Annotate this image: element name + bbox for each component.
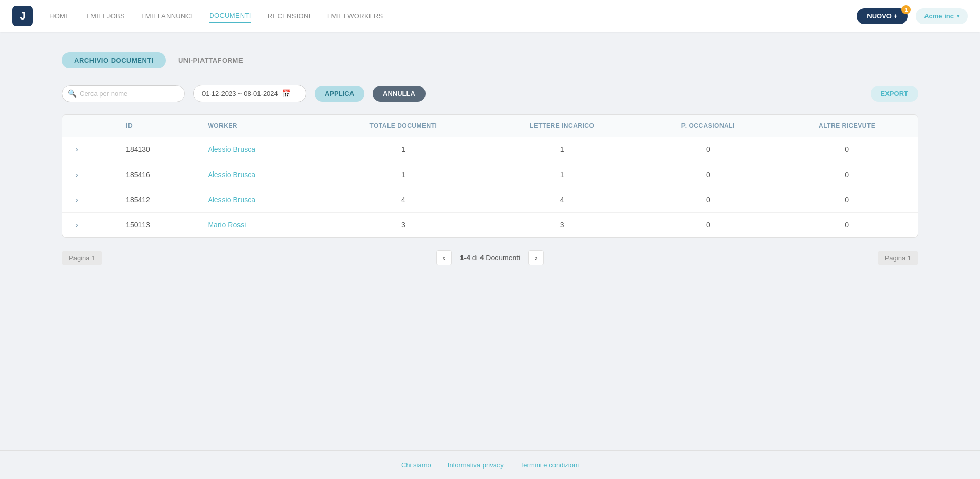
prev-page-button[interactable]: ‹ bbox=[436, 250, 452, 265]
col-header-occasionali: P. OCCASIONALI bbox=[640, 115, 776, 137]
footer-link-privacy[interactable]: Informativa privacy bbox=[448, 461, 504, 469]
page-label-right[interactable]: Pagina 1 bbox=[878, 251, 918, 265]
cell-occasionali: 0 bbox=[640, 162, 776, 187]
table-row: › 150113 Mario Rossi 3 3 0 0 bbox=[62, 213, 918, 238]
nav-item-miei-annunci[interactable]: I MIEI ANNUNCI bbox=[141, 10, 193, 22]
cell-id: 150113 bbox=[116, 213, 197, 238]
page-label-left[interactable]: Pagina 1 bbox=[62, 251, 102, 265]
pagination-center: ‹ 1-4 di 4 Documenti › bbox=[436, 250, 544, 265]
tab-uni-piattaforme[interactable]: UNI-PIATTAFORME bbox=[166, 52, 255, 68]
cell-id: 185416 bbox=[116, 162, 197, 187]
table-row: › 185412 Alessio Brusca 4 4 0 0 bbox=[62, 187, 918, 213]
nav-item-recensioni[interactable]: RECENSIONI bbox=[268, 10, 311, 22]
nav-item-home[interactable]: HOME bbox=[49, 10, 70, 22]
nav-item-documenti[interactable]: DOCUMENTI bbox=[209, 10, 251, 23]
cell-ricevute: 0 bbox=[776, 187, 918, 213]
expand-button[interactable]: › bbox=[72, 195, 81, 205]
expand-cell: › bbox=[62, 137, 116, 162]
tab-archivio[interactable]: ARCHIVIO DOCUMENTI bbox=[62, 52, 166, 68]
cell-lettere: 4 bbox=[484, 187, 640, 213]
cell-totale: 3 bbox=[323, 213, 484, 238]
footer-link-termini[interactable]: Termini e condizioni bbox=[520, 461, 579, 469]
notification-badge: 1 bbox=[901, 5, 911, 14]
expand-button[interactable]: › bbox=[72, 169, 81, 180]
cell-ricevute: 0 bbox=[776, 162, 918, 187]
nuovo-button[interactable]: NUOVO + 1 bbox=[857, 8, 908, 24]
cell-ricevute: 0 bbox=[776, 137, 918, 162]
annulla-button[interactable]: ANNULLA bbox=[373, 86, 426, 102]
col-header-ricevute: ALTRE RICEVUTE bbox=[776, 115, 918, 137]
documents-table: IDWORKERTOTALE DOCUMENTILETTERE INCARICO… bbox=[62, 115, 918, 237]
expand-cell: › bbox=[62, 187, 116, 213]
cell-lettere: 1 bbox=[484, 162, 640, 187]
cell-ricevute: 0 bbox=[776, 213, 918, 238]
cell-occasionali: 0 bbox=[640, 137, 776, 162]
cell-totale: 1 bbox=[323, 137, 484, 162]
cell-id: 185412 bbox=[116, 187, 197, 213]
col-header-id: ID bbox=[116, 115, 197, 137]
navbar: J HOMEI MIEI JOBSI MIEI ANNUNCIDOCUMENTI… bbox=[0, 0, 980, 32]
search-wrapper: 🔍 bbox=[62, 85, 185, 102]
cell-lettere: 3 bbox=[484, 213, 640, 238]
cell-worker[interactable]: Alessio Brusca bbox=[197, 162, 323, 187]
table-row: › 185416 Alessio Brusca 1 1 0 0 bbox=[62, 162, 918, 187]
cell-totale: 1 bbox=[323, 162, 484, 187]
page-info: 1-4 di 4 Documenti bbox=[460, 254, 521, 262]
expand-cell: › bbox=[62, 213, 116, 238]
table-row: › 184130 Alessio Brusca 1 1 0 0 bbox=[62, 137, 918, 162]
nav-menu: HOMEI MIEI JOBSI MIEI ANNUNCIDOCUMENTIRE… bbox=[49, 10, 857, 23]
footer: Chi siamoInformativa privacyTermini e co… bbox=[0, 450, 980, 479]
expand-button[interactable]: › bbox=[72, 220, 81, 230]
calendar-icon: 📅 bbox=[282, 89, 291, 98]
table-body: › 184130 Alessio Brusca 1 1 0 0 › 185416… bbox=[62, 137, 918, 238]
search-icon: 🔍 bbox=[68, 89, 77, 98]
col-header-expand bbox=[62, 115, 116, 137]
cell-lettere: 1 bbox=[484, 137, 640, 162]
col-header-worker: WORKER bbox=[197, 115, 323, 137]
expand-button[interactable]: › bbox=[72, 144, 81, 155]
navbar-right: NUOVO + 1 Acme inc ▾ bbox=[857, 8, 968, 24]
cell-occasionali: 0 bbox=[640, 213, 776, 238]
next-icon: › bbox=[535, 254, 538, 262]
tabs-container: ARCHIVIO DOCUMENTIUNI-PIATTAFORME bbox=[62, 52, 918, 68]
next-page-button[interactable]: › bbox=[528, 250, 544, 265]
cell-worker[interactable]: Mario Rossi bbox=[197, 213, 323, 238]
nav-item-miei-workers[interactable]: I MIEI WORKERS bbox=[327, 10, 383, 22]
col-header-lettere: LETTERE INCARICO bbox=[484, 115, 640, 137]
cell-totale: 4 bbox=[323, 187, 484, 213]
applica-button[interactable]: APPLICA bbox=[315, 86, 364, 102]
prev-icon: ‹ bbox=[442, 254, 445, 262]
date-range-value: 01-12-2023 ~ 08-01-2024 bbox=[202, 90, 278, 98]
main-content: ARCHIVIO DOCUMENTIUNI-PIATTAFORME 🔍 01-1… bbox=[0, 32, 980, 450]
expand-cell: › bbox=[62, 162, 116, 187]
cell-occasionali: 0 bbox=[640, 187, 776, 213]
footer-link-chi-siamo[interactable]: Chi siamo bbox=[401, 461, 431, 469]
col-header-totale: TOTALE DOCUMENTI bbox=[323, 115, 484, 137]
account-button[interactable]: Acme inc ▾ bbox=[916, 8, 968, 24]
pagination: Pagina 1 ‹ 1-4 di 4 Documenti › Pagina 1 bbox=[62, 250, 918, 265]
app-logo: J bbox=[12, 6, 33, 26]
filters-row: 🔍 01-12-2023 ~ 08-01-2024 📅 APPLICA ANNU… bbox=[62, 85, 918, 102]
nav-item-miei-jobs[interactable]: I MIEI JOBS bbox=[86, 10, 125, 22]
table-header: IDWORKERTOTALE DOCUMENTILETTERE INCARICO… bbox=[62, 115, 918, 137]
search-input[interactable] bbox=[62, 85, 185, 102]
chevron-down-icon: ▾ bbox=[957, 13, 959, 19]
cell-id: 184130 bbox=[116, 137, 197, 162]
cell-worker[interactable]: Alessio Brusca bbox=[197, 137, 323, 162]
cell-worker[interactable]: Alessio Brusca bbox=[197, 187, 323, 213]
documents-table-container: IDWORKERTOTALE DOCUMENTILETTERE INCARICO… bbox=[62, 114, 918, 238]
date-range-picker[interactable]: 01-12-2023 ~ 08-01-2024 📅 bbox=[193, 85, 306, 102]
export-button[interactable]: EXPORT bbox=[871, 86, 918, 102]
